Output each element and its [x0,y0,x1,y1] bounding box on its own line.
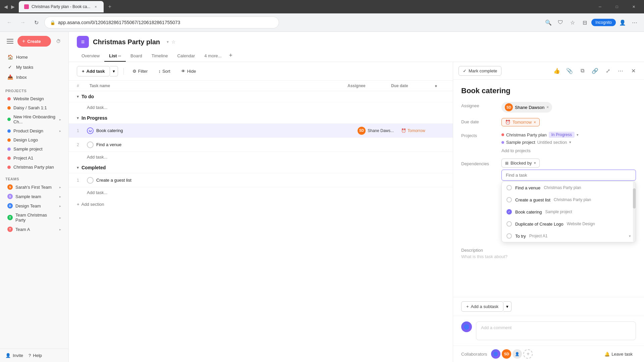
active-browser-tab[interactable]: Christmas Party plan - Book ca... × [19,1,104,12]
dep-item-find-venue[interactable]: Find a venue Christmas Party plan [502,182,636,194]
sidebar-item-inbox[interactable]: 📥 Inbox [2,72,66,82]
new-tab-button[interactable]: + [105,2,114,11]
link-button[interactable]: 🔗 [590,65,600,76]
add-tab-button[interactable]: + [226,51,235,62]
split-btn[interactable]: ⊟ [579,17,590,28]
blocked-by-button[interactable]: ⊞ Blocked by ▾ [501,159,540,168]
minimize-btn[interactable]: ─ [592,1,608,12]
like-button[interactable]: 👍 [551,65,562,76]
tab-timeline[interactable]: Timeline [147,51,173,62]
address-bar[interactable]: 🔒 app.asana.com/0/1206182861755067/12061… [44,16,279,28]
sidebar-item-design-team[interactable]: D Design Team ▸ [2,201,66,210]
task-row-book-catering[interactable]: 1 Book catering SD Shane Daws... ⏰ Tomor… [69,124,453,138]
profile-button[interactable]: Incognito [591,19,616,26]
sidebar-item-team-christmas[interactable]: T Team Christmas Party ▸ [2,210,66,225]
sidebar-item-sample-team[interactable]: S Sample team ▸ [2,192,66,201]
dep-item-to-try[interactable]: To try Project A1 ▾ [502,230,636,242]
maximize-btn[interactable]: □ [609,1,625,12]
in-progress-add-task[interactable]: Add task... [69,152,453,162]
more-button[interactable]: ⋯ [615,65,626,76]
sidebar-item-sarahs-team[interactable]: S Sarah's First Team ▸ [2,182,66,192]
sidebar-item-product-design[interactable]: Product Design ▸ [2,126,66,135]
tab-overview[interactable]: Overview [77,51,104,62]
sidebar-item-christmas-party[interactable]: Christmas Party plan [2,163,66,172]
sidebar-item-my-tasks[interactable]: ✓ My tasks [2,62,66,72]
remove-assignee-btn[interactable]: × [546,105,549,110]
sidebar-item-sample-project[interactable]: Sample project [2,144,66,154]
create-button[interactable]: + Create [17,36,51,47]
sidebar-item-team-a[interactable]: T Team A ▸ [2,225,66,234]
collab-avatar-1[interactable]: 🌀 [491,349,500,359]
tab-calendar[interactable]: Calendar [172,51,200,62]
dep-item-guest-list[interactable]: Create a guest list Christmas Party plan [502,194,636,206]
expand-button[interactable]: ⤢ [602,65,613,76]
add-to-projects-btn[interactable]: Add to projects [501,147,531,153]
help-button[interactable]: ? Help [29,353,42,358]
project-tag-1[interactable]: Christmas Party plan In Progress ▾ [501,132,579,138]
assignee-chip[interactable]: SD Shane Dawson × [501,102,552,113]
filter-button[interactable]: ⚙ Filter [129,67,151,76]
invite-button[interactable]: 👤 Invite [5,353,23,358]
tab-board[interactable]: Board [126,51,147,62]
close-panel-button[interactable]: ✕ [628,65,639,76]
dep-dropdown-scrollbar[interactable] [633,182,636,242]
find-task-input[interactable] [501,170,636,181]
project-star-icon[interactable]: ☆ [171,39,176,45]
back-button[interactable]: ← [4,17,15,28]
section-in-progress[interactable]: ▾ In Progress [69,113,453,124]
task-check-1[interactable] [87,127,94,134]
add-subtask-dropdown-btn[interactable]: ▾ [503,301,512,312]
timer-btn[interactable]: ⏱ [54,37,63,46]
search-btn[interactable]: 🔍 [543,17,554,28]
task-row-guest-list[interactable]: 1 Create a guest list [69,173,453,187]
section-to-do[interactable]: ▾ To do [69,91,453,102]
hamburger-menu[interactable] [5,37,15,46]
dep-item-book-catering[interactable]: ✓ Book catering Sample project [502,206,636,218]
add-section-row[interactable]: + Add section [69,198,453,211]
to-do-add-task[interactable]: Add task... [69,102,453,113]
sidebar-item-design-logo[interactable]: Design Logo [2,135,66,144]
attach-button[interactable]: 📎 [564,65,575,76]
sidebar-item-new-hire[interactable]: New Hire Onboarding Ch... ▸ [2,112,66,126]
mark-complete-button[interactable]: ✓ Mark complete [459,66,501,76]
tab-close-btn[interactable]: × [93,4,98,9]
remove-due-date-btn[interactable]: × [534,120,536,125]
collab-avatar-2[interactable]: SD [502,349,511,359]
leave-task-button[interactable]: 🔔 Leave task [601,350,636,359]
completed-add-task[interactable]: Add task... [69,187,453,198]
description-placeholder[interactable]: What is this task about? [461,254,636,259]
project1-status[interactable]: In Progress [549,132,575,138]
hide-button[interactable]: 👁 Hide [178,67,200,76]
collab-avatar-3[interactable]: 👤 [513,349,522,359]
sidebar-item-website-design[interactable]: Website Design [2,94,66,103]
forward-button[interactable]: → [17,17,28,28]
task-check-c1[interactable] [87,177,94,184]
user-icon-btn[interactable]: 👤 [617,17,628,28]
col-add[interactable]: + [435,83,445,88]
shield-btn[interactable]: 🛡 [555,17,566,28]
project-tag-2[interactable]: Sample project Untitled section ▾ [501,140,571,145]
project2-section[interactable]: Untitled section [537,140,567,145]
copy-button[interactable]: ⧉ [577,65,588,76]
add-task-dropdown-button[interactable]: ▾ [110,66,118,76]
add-subtask-button[interactable]: + Add a subtask [461,301,503,312]
sort-button[interactable]: ↕ Sort [155,67,173,76]
close-btn[interactable]: ✕ [626,1,641,12]
section-completed[interactable]: ▾ Completed [69,162,453,173]
sidebar-item-project-a1[interactable]: Project A1 [2,154,66,163]
project-title-dropdown-icon[interactable]: ▾ [167,40,169,44]
add-collaborator-button[interactable]: + [523,349,533,359]
tab-list[interactable]: List ··· [104,51,126,62]
task-check-2[interactable] [87,141,94,148]
sidebar-item-daisy-sarah[interactable]: Daisy / Sarah 1:1 [2,103,66,112]
star-btn[interactable]: ☆ [567,17,578,28]
settings-btn[interactable]: ⋯ [629,17,640,28]
reload-button[interactable]: ↻ [31,17,42,28]
task-row-find-venue[interactable]: 2 Find a venue [69,138,453,152]
comment-input[interactable]: Add a comment [476,321,636,340]
sidebar-item-home[interactable]: 🏠 Home [2,52,66,62]
dep-item-duplicate-logo[interactable]: Duplicate of Create Logo Website Design [502,218,636,230]
due-date-chip[interactable]: ⏰ Tomorrow × [501,118,540,126]
tab-more[interactable]: 4 more... [200,51,226,62]
add-task-button[interactable]: + Add task [77,66,110,76]
